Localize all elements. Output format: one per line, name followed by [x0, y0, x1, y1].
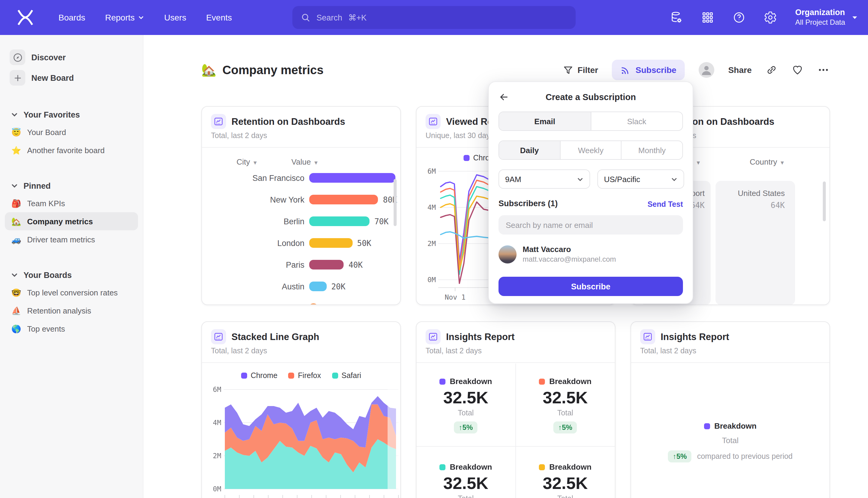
- scrollbar-thumb[interactable]: [823, 182, 826, 221]
- frequency-tab-weekly[interactable]: Weekly: [560, 141, 621, 159]
- channel-tab-slack[interactable]: Slack: [590, 112, 682, 130]
- search-icon: [301, 13, 310, 22]
- timezone-select[interactable]: US/Pacific: [597, 169, 684, 189]
- frequency-tab-daily[interactable]: Daily: [499, 141, 560, 159]
- metric-label: Total: [458, 409, 474, 417]
- kpi-quadrant-4[interactable]: Breakdown32.5KTotal↑5%: [516, 447, 615, 498]
- sidebar-section-your-boards[interactable]: Your Boards: [0, 266, 143, 283]
- bar-row-london[interactable]: London50K: [202, 232, 400, 254]
- bar-label: Berlin: [202, 217, 309, 226]
- sidebar-item-your-board[interactable]: 😇Your Board: [5, 123, 138, 141]
- board-emoji: 🏡: [11, 217, 22, 226]
- nav-item-users[interactable]: Users: [164, 13, 186, 22]
- apps-grid-icon[interactable]: [701, 11, 715, 24]
- sidebar-item-team-kpis[interactable]: 🎒Team KPIs: [5, 194, 138, 212]
- sidebar-section-your-favorites[interactable]: Your Favorites: [0, 106, 143, 123]
- share-button[interactable]: Share: [728, 65, 752, 75]
- series-legend: Breakdown: [539, 377, 591, 386]
- sidebar: DiscoverNew Board Your Favorites😇Your Bo…: [0, 35, 144, 498]
- bar-row-berlin[interactable]: Berlin70K: [202, 210, 400, 232]
- report-chart-icon: [211, 114, 226, 129]
- filter-button[interactable]: Filter: [563, 65, 598, 75]
- sidebar-item-retention-analysis[interactable]: ⛵Retention analysis: [5, 301, 138, 319]
- sidebar-section-pinned[interactable]: Pinned: [0, 177, 143, 194]
- nav-item-events[interactable]: Events: [206, 13, 232, 22]
- board-emoji: 🤓: [11, 288, 22, 297]
- column-header-country[interactable]: Country▼: [737, 157, 798, 167]
- nav-item-boards[interactable]: Boards: [58, 13, 85, 22]
- legend-swatch: [439, 378, 445, 384]
- bar-row-paris[interactable]: Paris40K: [202, 254, 400, 276]
- svg-text:4M: 4M: [427, 204, 436, 211]
- bar-row-san-francisco[interactable]: San Francisco100K: [202, 167, 400, 189]
- top-navigation: BoardsReportsUsersEvents Search ⌘+K: [0, 0, 868, 35]
- bar: [309, 281, 326, 291]
- card-title[interactable]: Insights Report: [446, 331, 515, 342]
- sidebar-discover[interactable]: Discover: [0, 47, 143, 67]
- chevron-down-icon: [11, 271, 18, 278]
- more-options-icon[interactable]: [817, 64, 829, 76]
- modal-subscribe-button[interactable]: Subscribe: [498, 277, 683, 296]
- search-input[interactable]: Search ⌘+K: [292, 6, 576, 29]
- subscriber-search-input[interactable]: Search by name or email: [498, 215, 683, 235]
- sidebar-new-board[interactable]: New Board: [0, 67, 143, 88]
- data-management-icon[interactable]: [670, 11, 683, 24]
- board-emoji: ⭐: [11, 146, 22, 155]
- org-switcher[interactable]: Organization All Project Data: [796, 8, 858, 27]
- chevron-down-icon: [11, 111, 18, 118]
- sidebar-item-driver-team-metrics[interactable]: 🚙Driver team metrics: [5, 230, 138, 248]
- bar: [309, 217, 370, 226]
- bar: [309, 238, 352, 248]
- svg-text:2M: 2M: [213, 452, 221, 460]
- frequency-tab-monthly[interactable]: Monthly: [621, 141, 682, 159]
- user-avatar[interactable]: [699, 62, 714, 78]
- board-emoji: 🚙: [11, 235, 22, 244]
- column-header-city[interactable]: City▼: [220, 157, 274, 167]
- country-cell[interactable]: United States 64K: [716, 181, 795, 305]
- favorite-heart-icon[interactable]: [791, 64, 803, 76]
- kpi-quadrant-3[interactable]: Breakdown32.5KTotal↑5%: [416, 447, 516, 498]
- bar-row-austin[interactable]: Austin20K: [202, 276, 400, 297]
- send-test-link[interactable]: Send Test: [647, 200, 683, 209]
- scrollbar-thumb[interactable]: [393, 179, 397, 226]
- bar-row-barcelona[interactable]: Barcelona10K: [202, 297, 400, 305]
- mixpanel-logo[interactable]: [16, 9, 35, 27]
- card-title[interactable]: Insights Report: [660, 331, 729, 342]
- metric-label: Total: [557, 494, 573, 498]
- channel-tabs: EmailSlack: [498, 112, 683, 131]
- channel-tab-email[interactable]: Email: [499, 112, 590, 130]
- primary-nav: BoardsReportsUsersEvents: [58, 0, 232, 35]
- kpi-quadrant-2[interactable]: Breakdown32.5KTotal↑5%: [516, 364, 615, 447]
- settings-gear-icon[interactable]: [764, 11, 777, 24]
- svg-text:6M: 6M: [427, 167, 436, 175]
- nav-item-reports[interactable]: Reports: [105, 13, 144, 22]
- chevron-down-icon: [11, 182, 18, 189]
- plus-icon: [10, 70, 25, 86]
- board-emoji: 😇: [11, 128, 22, 136]
- metric-value: 32.5K: [543, 474, 588, 493]
- subscriber-row[interactable]: Matt Vaccaro matt.vaccaro@mixpanel.com: [498, 245, 616, 263]
- column-header-value[interactable]: Value▼: [280, 157, 330, 167]
- x-axis-tick: Nov 1: [437, 293, 473, 301]
- metric-label: Total: [557, 409, 573, 417]
- metric-value: 32.5K: [443, 388, 488, 408]
- search-shortcut: ⌘+K: [348, 13, 367, 22]
- copy-link-icon[interactable]: [765, 64, 778, 76]
- help-icon[interactable]: [733, 11, 746, 24]
- subscriber-avatar: [498, 245, 517, 263]
- subscribe-button[interactable]: Subscribe: [612, 60, 685, 80]
- report-chart-icon: [426, 329, 441, 344]
- sidebar-item-top-events[interactable]: 🌎Top events: [5, 319, 138, 338]
- sidebar-item-another-favorite-board[interactable]: ⭐Another favorite board: [5, 141, 138, 159]
- bar-row-new-york[interactable]: New York80K: [202, 189, 400, 210]
- time-select[interactable]: 9AM: [498, 169, 590, 189]
- metric-value: 32.5K: [543, 388, 588, 408]
- compass-icon: [10, 50, 25, 65]
- bar: [309, 303, 318, 305]
- sidebar-item-top-level-conversion-rates[interactable]: 🤓Top level conversion rates: [5, 283, 138, 301]
- card-title[interactable]: Retention on Dashboards: [231, 116, 345, 127]
- kpi-quadrant-1[interactable]: Breakdown32.5KTotal↑5%: [416, 364, 516, 447]
- sidebar-item-company-metrics[interactable]: 🏡Company metrics: [5, 212, 138, 230]
- series-legend: Breakdown: [439, 377, 492, 386]
- delta-badge: ↑5%: [454, 421, 478, 433]
